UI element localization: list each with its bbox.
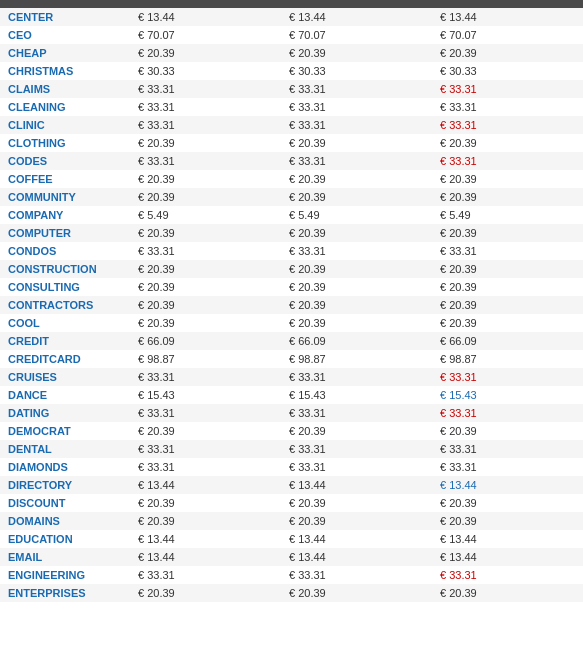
price-col2: € 20.39 [281,170,432,188]
table-row: EDUCATION€ 13.44€ 13.44€ 13.44 [0,530,583,548]
tld-name[interactable]: EMAIL [0,548,130,566]
tld-name[interactable]: DOMAINS [0,512,130,530]
price-col1: € 20.39 [130,278,281,296]
table-row: COOL€ 20.39€ 20.39€ 20.39 [0,314,583,332]
table-row: DIAMONDS€ 33.31€ 33.31€ 33.31 [0,458,583,476]
table-row: DENTAL€ 33.31€ 33.31€ 33.31 [0,440,583,458]
table-row: CHEAP€ 20.39€ 20.39€ 20.39 [0,44,583,62]
price-col1: € 33.31 [130,152,281,170]
tld-name[interactable]: DENTAL [0,440,130,458]
table-row: COFFEE€ 20.39€ 20.39€ 20.39 [0,170,583,188]
tld-name[interactable]: CODES [0,152,130,170]
tld-name[interactable]: CENTER [0,8,130,26]
tld-name[interactable]: DISCOUNT [0,494,130,512]
tld-name[interactable]: CONSTRUCTION [0,260,130,278]
tld-name[interactable]: ENGINEERING [0,566,130,584]
price-col2: € 20.39 [281,134,432,152]
price-col3: € 66.09 [432,332,583,350]
price-col1: € 20.39 [130,296,281,314]
tld-name[interactable]: CLAIMS [0,80,130,98]
price-col1: € 33.31 [130,566,281,584]
tld-name[interactable]: CEO [0,26,130,44]
price-col2: € 30.33 [281,62,432,80]
price-col3: € 15.43 [432,386,583,404]
price-col1: € 13.44 [130,476,281,494]
tld-name[interactable]: COOL [0,314,130,332]
price-col2: € 33.31 [281,242,432,260]
price-col2: € 33.31 [281,368,432,386]
price-col3: € 33.31 [432,242,583,260]
tld-name[interactable]: DIAMONDS [0,458,130,476]
tld-name[interactable]: DIRECTORY [0,476,130,494]
tld-name[interactable]: COMPUTER [0,224,130,242]
table-row: DISCOUNT€ 20.39€ 20.39€ 20.39 [0,494,583,512]
tld-name[interactable]: CONSULTING [0,278,130,296]
price-col1: € 15.43 [130,386,281,404]
price-col2: € 98.87 [281,350,432,368]
price-col2: € 20.39 [281,296,432,314]
tld-name[interactable]: DANCE [0,386,130,404]
tld-name[interactable]: CREDITCARD [0,350,130,368]
price-col1: € 20.39 [130,512,281,530]
tld-name[interactable]: ENTERPRISES [0,584,130,602]
tld-name[interactable]: CRUISES [0,368,130,386]
tld-name[interactable]: CHEAP [0,44,130,62]
table-row: CONDOS€ 33.31€ 33.31€ 33.31 [0,242,583,260]
tld-name[interactable]: CREDIT [0,332,130,350]
price-col1: € 20.39 [130,188,281,206]
table-row: CONTRACTORS€ 20.39€ 20.39€ 20.39 [0,296,583,314]
table-row: CLAIMS€ 33.31€ 33.31€ 33.31 [0,80,583,98]
price-col2: € 20.39 [281,512,432,530]
tld-name[interactable]: CONTRACTORS [0,296,130,314]
price-col2: € 33.31 [281,116,432,134]
price-col2: € 33.31 [281,152,432,170]
tld-name[interactable]: DEMOCRAT [0,422,130,440]
table-row: CREDITCARD€ 98.87€ 98.87€ 98.87 [0,350,583,368]
price-col2: € 66.09 [281,332,432,350]
tld-name[interactable]: EDUCATION [0,530,130,548]
tld-name[interactable]: DATING [0,404,130,422]
tld-name[interactable]: CLEANING [0,98,130,116]
tld-name[interactable]: CONDOS [0,242,130,260]
price-col3: € 33.31 [432,368,583,386]
price-col2: € 5.49 [281,206,432,224]
tld-name[interactable]: COFFEE [0,170,130,188]
table-row: ENGINEERING€ 33.31€ 33.31€ 33.31 [0,566,583,584]
table-row: CEO€ 70.07€ 70.07€ 70.07 [0,26,583,44]
table-row: CLINIC€ 33.31€ 33.31€ 33.31 [0,116,583,134]
price-col3: € 20.39 [432,188,583,206]
price-col3: € 33.31 [432,98,583,116]
price-col3: € 20.39 [432,314,583,332]
price-col1: € 20.39 [130,134,281,152]
price-col2: € 33.31 [281,440,432,458]
price-col3: € 13.44 [432,8,583,26]
price-col2: € 20.39 [281,278,432,296]
price-col3: € 98.87 [432,350,583,368]
price-col2: € 20.39 [281,44,432,62]
tld-name[interactable]: CHRISTMAS [0,62,130,80]
tld-name[interactable]: CLOTHING [0,134,130,152]
tld-name[interactable]: CLINIC [0,116,130,134]
price-col1: € 20.39 [130,260,281,278]
price-col1: € 33.31 [130,440,281,458]
price-col3: € 20.39 [432,260,583,278]
tld-name[interactable]: COMPANY [0,206,130,224]
table-row: CLEANING€ 33.31€ 33.31€ 33.31 [0,98,583,116]
price-col1: € 20.39 [130,314,281,332]
table-row: DEMOCRAT€ 20.39€ 20.39€ 20.39 [0,422,583,440]
price-col3: € 33.31 [432,80,583,98]
table-header [0,0,583,8]
price-col3: € 20.39 [432,494,583,512]
table-row: CHRISTMAS€ 30.33€ 30.33€ 30.33 [0,62,583,80]
price-col1: € 13.44 [130,530,281,548]
price-col1: € 33.31 [130,404,281,422]
price-col1: € 33.31 [130,98,281,116]
col-price2 [281,0,432,8]
table-row: CRUISES€ 33.31€ 33.31€ 33.31 [0,368,583,386]
price-col3: € 20.39 [432,422,583,440]
price-col1: € 13.44 [130,548,281,566]
price-col1: € 20.39 [130,584,281,602]
tld-name[interactable]: COMMUNITY [0,188,130,206]
price-col2: € 33.31 [281,98,432,116]
price-col1: € 5.49 [130,206,281,224]
